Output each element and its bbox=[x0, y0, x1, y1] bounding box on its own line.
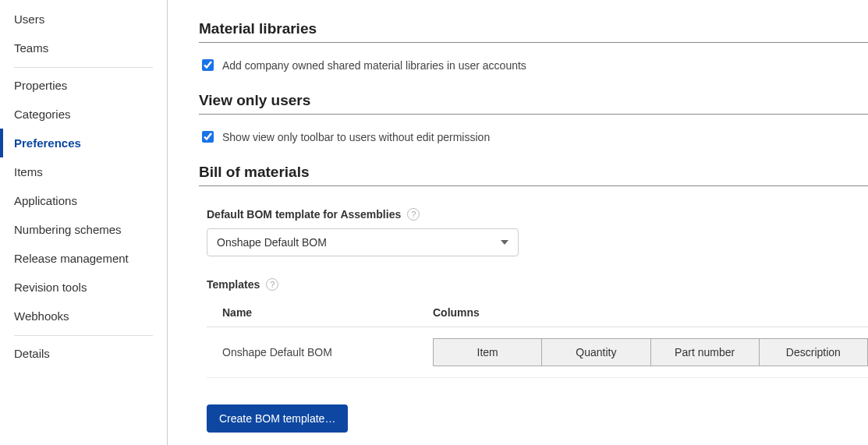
templates-header-name: Name bbox=[207, 306, 433, 319]
sidebar-item-applications[interactable]: Applications bbox=[14, 186, 153, 215]
template-column-item[interactable]: Item bbox=[433, 338, 542, 366]
sidebar-item-label: Users bbox=[14, 12, 44, 26]
template-column-description[interactable]: Description bbox=[759, 338, 868, 366]
templates-label-text: Templates bbox=[207, 278, 260, 291]
divider bbox=[199, 185, 868, 186]
help-icon[interactable]: ? bbox=[266, 278, 278, 291]
view-only-checkbox-label: Show view only toolbar to users without … bbox=[222, 131, 490, 143]
view-only-checkbox[interactable] bbox=[202, 131, 214, 143]
section-heading-material-libraries: Material libraries bbox=[199, 20, 868, 37]
section-heading-bill-of-materials: Bill of materials bbox=[199, 164, 868, 181]
material-libraries-checkbox[interactable] bbox=[202, 59, 214, 71]
templates-table-header: Name Columns bbox=[207, 298, 868, 327]
main-content: Material libraries Add company owned sha… bbox=[168, 0, 868, 445]
divider bbox=[199, 114, 868, 115]
template-column-quantity[interactable]: Quantity bbox=[541, 338, 650, 366]
template-name: Onshape Default BOM bbox=[207, 346, 433, 358]
sidebar-item-users[interactable]: Users bbox=[14, 5, 153, 34]
sidebar-item-label: Teams bbox=[14, 41, 48, 55]
material-libraries-checkbox-row[interactable]: Add company owned shared material librar… bbox=[199, 57, 868, 73]
sidebar-item-items[interactable]: Items bbox=[14, 157, 153, 186]
default-bom-template-label: Default BOM template for Assemblies ? bbox=[207, 208, 868, 221]
sidebar-group-1: Users Teams bbox=[14, 5, 153, 62]
default-bom-template-label-text: Default BOM template for Assemblies bbox=[207, 208, 401, 221]
sidebar-item-revision-tools[interactable]: Revision tools bbox=[14, 273, 153, 302]
sidebar-item-properties[interactable]: Properties bbox=[14, 71, 153, 100]
templates-label: Templates ? bbox=[207, 278, 868, 291]
template-columns: Item Quantity Part number Description bbox=[433, 338, 868, 366]
divider bbox=[199, 42, 868, 43]
sidebar-item-label: Preferences bbox=[14, 136, 81, 150]
view-only-checkbox-row[interactable]: Show view only toolbar to users without … bbox=[199, 129, 868, 145]
templates-header-columns: Columns bbox=[433, 306, 868, 319]
sidebar-item-label: Webhooks bbox=[14, 309, 69, 323]
sidebar: Users Teams Properties Categories Prefer… bbox=[0, 0, 168, 445]
sidebar-item-label: Categories bbox=[14, 108, 71, 121]
sidebar-item-label: Details bbox=[14, 347, 50, 360]
section-heading-view-only-users: View only users bbox=[199, 92, 868, 109]
default-bom-template-value: Onshape Default BOM bbox=[217, 236, 327, 249]
sidebar-item-preferences[interactable]: Preferences bbox=[0, 129, 153, 157]
default-bom-template-select[interactable]: Onshape Default BOM bbox=[207, 228, 519, 256]
templates-table: Name Columns Onshape Default BOM Item Qu… bbox=[207, 298, 868, 378]
sidebar-item-numbering-schemes[interactable]: Numbering schemes bbox=[14, 215, 153, 244]
sidebar-item-teams[interactable]: Teams bbox=[14, 34, 153, 62]
sidebar-item-release-management[interactable]: Release management bbox=[14, 244, 153, 273]
sidebar-group-3: Details bbox=[14, 335, 153, 368]
sidebar-item-webhooks[interactable]: Webhooks bbox=[14, 302, 153, 330]
help-icon[interactable]: ? bbox=[407, 208, 420, 221]
sidebar-item-label: Release management bbox=[14, 252, 129, 265]
material-libraries-checkbox-label: Add company owned shared material librar… bbox=[222, 59, 526, 72]
sidebar-group-2: Properties Categories Preferences Items … bbox=[14, 67, 153, 330]
sidebar-item-label: Revision tools bbox=[14, 281, 87, 294]
sidebar-item-label: Numbering schemes bbox=[14, 223, 122, 236]
sidebar-item-label: Applications bbox=[14, 194, 77, 207]
sidebar-item-details[interactable]: Details bbox=[14, 339, 153, 368]
chevron-down-icon bbox=[501, 240, 508, 245]
create-bom-template-button[interactable]: Create BOM template… bbox=[207, 404, 348, 433]
table-row[interactable]: Onshape Default BOM Item Quantity Part n… bbox=[207, 327, 868, 378]
sidebar-item-categories[interactable]: Categories bbox=[14, 100, 153, 129]
sidebar-item-label: Properties bbox=[14, 79, 67, 92]
sidebar-item-label: Items bbox=[14, 165, 43, 178]
template-column-part-number[interactable]: Part number bbox=[650, 338, 760, 366]
